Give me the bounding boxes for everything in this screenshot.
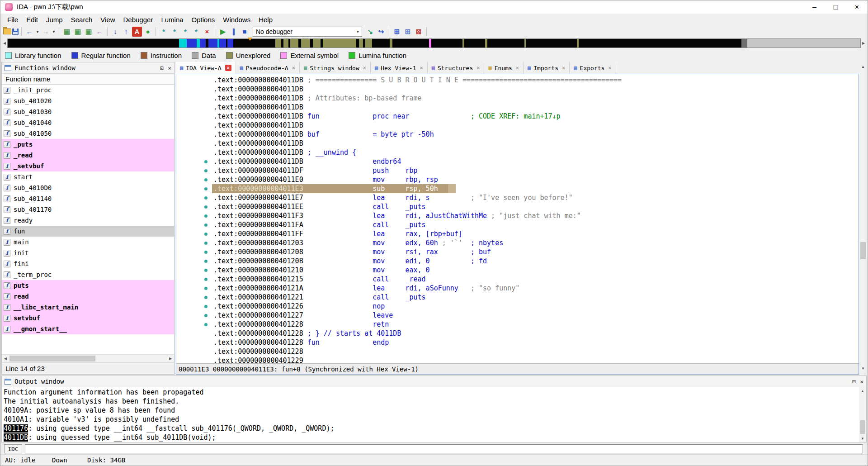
disasm-line[interactable]: .text:00000000004011DB ; ===============…: [176, 76, 859, 85]
disasm-line[interactable]: .text:0000000000401203 mov edx, 60h ; '`…: [176, 238, 859, 247]
function-row-start[interactable]: fstart: [2, 171, 174, 182]
cli-input[interactable]: [25, 444, 863, 453]
tab-hex-view-1[interactable]: ▦Hex View-1×: [371, 62, 428, 74]
function-row-fini[interactable]: ffini: [2, 258, 174, 269]
tab-close-icon[interactable]: ×: [608, 65, 611, 71]
trace-icon-4[interactable]: *: [191, 27, 201, 37]
tab-enums[interactable]: ▦Enums×: [484, 62, 524, 74]
function-row--libc-start-main[interactable]: f__libc_start_main: [2, 302, 174, 313]
tab-close-icon[interactable]: ×: [562, 65, 565, 71]
tab-pseudocode-a[interactable]: ▦Pseudocode-A×: [236, 62, 300, 74]
disasm-line[interactable]: .text:00000000004011DB ; __unwind {: [176, 148, 859, 157]
output-scrollbar[interactable]: ▲ ▼: [859, 387, 866, 442]
disasm-line[interactable]: .text:00000000004011FA call _puts: [176, 220, 859, 229]
disassembly-scrollbar[interactable]: ▲ ▼: [859, 63, 867, 372]
menu-debugger[interactable]: Debugger: [119, 16, 157, 24]
menu-file[interactable]: File: [3, 16, 22, 24]
disasm-line[interactable]: .text:00000000004011F3 lea rdi, aJustCha…: [176, 211, 859, 220]
disasm-line[interactable]: .text:00000000004011DB buf = byte ptr -5…: [176, 130, 859, 139]
forward-dropdown-icon[interactable]: ▾: [52, 27, 56, 37]
colors-icon[interactable]: ●: [143, 27, 153, 37]
disasm-line[interactable]: .text:00000000004011DB: [176, 103, 859, 112]
tab-close-icon[interactable]: ×: [292, 65, 295, 71]
trace-icon-1[interactable]: *: [159, 27, 169, 37]
menu-view[interactable]: View: [96, 16, 119, 24]
scroll-thumb[interactable]: [860, 242, 866, 259]
function-row-puts[interactable]: fputs: [2, 280, 174, 291]
jump-back-icon[interactable]: ←: [94, 27, 104, 37]
menu-windows[interactable]: Windows: [219, 16, 255, 24]
function-row-sub-401020[interactable]: fsub_401020: [2, 95, 174, 106]
function-row-sub-401140[interactable]: fsub_401140: [2, 193, 174, 204]
menu-options[interactable]: Options: [188, 16, 219, 24]
disasm-line[interactable]: .text:0000000000401228: [176, 347, 859, 356]
scroll-down-icon[interactable]: ▼: [859, 435, 866, 442]
threads-window-icon[interactable]: ⊞: [403, 27, 413, 37]
scroll-left-icon[interactable]: ◀: [2, 355, 9, 362]
output-close-icon[interactable]: ×: [860, 378, 863, 385]
disasm-line[interactable]: .text:00000000004011DB fun proc near ; C…: [176, 112, 859, 121]
navband-right-arrow-icon[interactable]: ▶: [861, 41, 866, 45]
menu-lumina[interactable]: Lumina: [157, 16, 187, 24]
save-file-icon[interactable]: [12, 29, 19, 35]
disasm-line[interactable]: .text:00000000004011DB endbr64: [176, 157, 859, 166]
step-over-icon[interactable]: ↪: [376, 27, 386, 37]
function-row-sub-4010d0[interactable]: fsub_4010D0: [2, 182, 174, 193]
disasm-line[interactable]: .text:0000000000401210 mov eax, 0: [176, 266, 859, 275]
disasm-line[interactable]: .text:0000000000401226 nop: [176, 302, 859, 311]
scroll-up-icon[interactable]: ▲: [859, 63, 867, 70]
disasm-line[interactable]: .text:00000000004011DB: [176, 139, 859, 148]
scroll-up-icon[interactable]: ▲: [859, 387, 866, 395]
scroll-thumb[interactable]: [860, 420, 865, 434]
disasm-line[interactable]: .text:0000000000401228 ; } // starts at …: [176, 329, 859, 338]
function-row-main[interactable]: fmain: [2, 237, 174, 247]
disasm-line[interactable]: .text:00000000004011E7 lea rdi, s ; "I'v…: [176, 193, 859, 202]
disasm-line[interactable]: .text:0000000000401215 call _read: [176, 275, 859, 284]
trace-icon-3[interactable]: *: [180, 27, 190, 37]
disasm-line[interactable]: .text:00000000004011FF lea rax, [rbp+buf…: [176, 229, 859, 238]
back-dropdown-icon[interactable]: ▾: [35, 27, 40, 37]
tab-close-icon[interactable]: ×: [420, 65, 423, 71]
tab-close-icon[interactable]: ×: [225, 65, 231, 71]
disasm-line[interactable]: .text:00000000004011DB: [176, 85, 859, 94]
function-row-setvbuf[interactable]: fsetvbuf: [2, 313, 174, 323]
open-file-icon[interactable]: [3, 29, 11, 34]
disasm-line[interactable]: .text:00000000004011E3 sub rsp, 50h: [176, 184, 859, 193]
tab-close-icon[interactable]: ×: [476, 65, 480, 71]
tab-close-icon[interactable]: ×: [516, 65, 519, 71]
minimize-button[interactable]: –: [804, 0, 825, 14]
pause-process-icon[interactable]: ∥: [229, 27, 239, 37]
forward-icon[interactable]: →: [41, 27, 51, 37]
navigation-band[interactable]: ◀ ▶: [0, 38, 868, 49]
output-float-icon[interactable]: ⊡: [852, 378, 856, 385]
navband-left-arrow-icon[interactable]: ◀: [2, 41, 7, 45]
tab-strings-window[interactable]: ▦Strings window×: [300, 62, 371, 74]
output-content[interactable]: Function argument information has been p…: [2, 387, 859, 442]
disasm-line[interactable]: .text:0000000000401227 leave: [176, 311, 859, 320]
function-row--read[interactable]: f_read: [2, 150, 174, 161]
scroll-right-icon[interactable]: ▶: [167, 355, 174, 362]
disasm-line[interactable]: .text:0000000000401221 call _puts: [176, 293, 859, 302]
disassembly-view[interactable]: .text:00000000004011DB ; ===============…: [176, 74, 859, 363]
function-row--init-proc[interactable]: f_init_proc: [2, 85, 174, 95]
function-row--puts[interactable]: f_puts: [2, 139, 174, 150]
function-row--setvbuf[interactable]: f_setvbuf: [2, 161, 174, 171]
function-row-read[interactable]: fread: [2, 291, 174, 302]
modules-window-icon[interactable]: ⊠: [414, 27, 424, 37]
step-into-icon[interactable]: ↘: [365, 27, 375, 37]
jump-name-icon[interactable]: ▣: [73, 27, 83, 37]
tab-close-icon[interactable]: ×: [363, 65, 366, 71]
menu-help[interactable]: Help: [255, 16, 277, 24]
function-row--term-proc[interactable]: f_term_proc: [2, 269, 174, 280]
function-name-header[interactable]: Function name: [2, 74, 174, 85]
disasm-line[interactable]: .text:0000000000401228 retn: [176, 320, 859, 329]
idc-selector[interactable]: IDC: [4, 444, 22, 453]
function-row-init[interactable]: finit: [2, 247, 174, 258]
back-icon[interactable]: ←: [24, 27, 34, 37]
menu-edit[interactable]: Edit: [22, 16, 42, 24]
disasm-line[interactable]: .text:0000000000401228 fun endp: [176, 338, 859, 347]
tab-ida-view-a[interactable]: ▦IDA View-A×: [176, 62, 236, 74]
function-row-sub-401050[interactable]: fsub_401050: [2, 128, 174, 139]
navband-segments[interactable]: [7, 38, 861, 48]
tab-imports[interactable]: ▦Imports×: [524, 62, 570, 74]
